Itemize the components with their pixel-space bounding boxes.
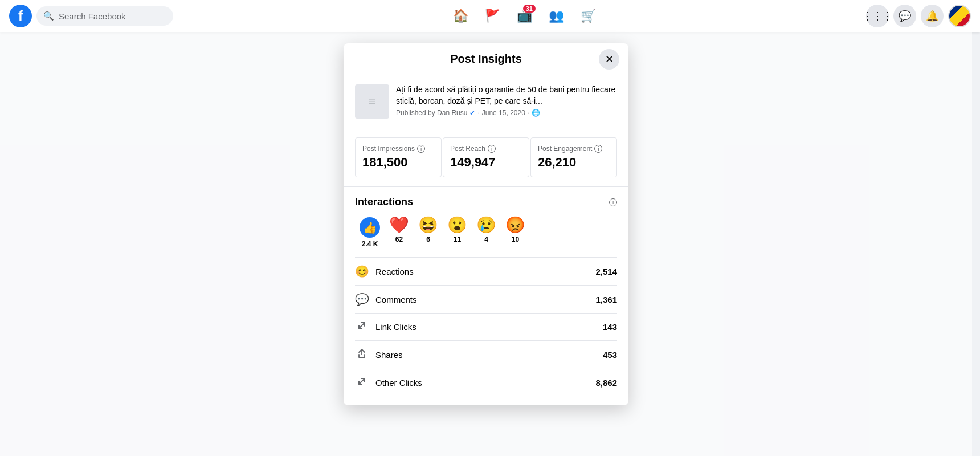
- bell-icon: 🔔: [926, 10, 938, 22]
- reaction-like: 👍 2.4 K: [360, 217, 380, 248]
- link-clicks-left: Link Clicks: [355, 320, 416, 333]
- close-icon: ✕: [605, 53, 614, 66]
- stat-card-engagement: Post Engagement i 26,210: [530, 137, 617, 177]
- user-avatar[interactable]: [948, 5, 971, 27]
- home-icon: 🏠: [453, 9, 468, 23]
- link-clicks-icon: [355, 320, 369, 333]
- haha-emoji: 😆: [418, 217, 438, 233]
- thumbs-up-icon: 👍: [363, 221, 377, 234]
- messenger-icon: 💬: [899, 10, 911, 22]
- other-clicks-row-item: Other Clicks 8,862: [355, 369, 617, 396]
- navbar-right: ⋮⋮⋮ 💬 🔔: [857, 5, 971, 27]
- search-placeholder: Search Facebook: [59, 11, 126, 21]
- reach-label: Post Reach i: [450, 145, 522, 153]
- shares-row-item: Shares 453: [355, 340, 617, 369]
- messenger-btn[interactable]: 💬: [893, 5, 916, 27]
- post-date: June 15, 2020: [482, 109, 525, 117]
- store-nav-btn[interactable]: 🛒: [574, 2, 602, 30]
- post-date-separator: ·: [477, 109, 479, 117]
- angry-count: 10: [512, 235, 519, 243]
- video-nav-btn[interactable]: 📺 31: [511, 2, 538, 30]
- link-clicks-row-item: Link Clicks 143: [355, 313, 617, 340]
- comments-icon: 💬: [355, 292, 369, 306]
- reactions-label: Reactions: [375, 267, 414, 276]
- impressions-value: 181,500: [362, 155, 434, 170]
- grid-icon: ⋮⋮⋮: [862, 10, 893, 22]
- impressions-info-icon[interactable]: i: [417, 145, 425, 153]
- reaction-love: ❤️ 62: [389, 217, 409, 243]
- marketplace-icon: 🛒: [581, 9, 596, 23]
- reactions-row-item: 😊 Reactions 2,514: [355, 257, 617, 285]
- post-author: Published by Dan Rusu: [396, 109, 467, 117]
- home-nav-btn[interactable]: 🏠: [447, 2, 474, 30]
- comments-value: 1,361: [595, 295, 617, 304]
- reactions-row: 👍 2.4 K ❤️ 62 😆 6 😮 11: [355, 217, 617, 248]
- post-meta: Published by Dan Rusu ✔ · June 15, 2020 …: [396, 109, 617, 117]
- shares-value: 453: [603, 350, 617, 360]
- interactions-title: Interactions: [355, 196, 413, 208]
- interactions-header: Interactions i: [355, 196, 617, 208]
- modal-header: Post Insights ✕: [344, 43, 628, 75]
- modal-title: Post Insights: [450, 52, 522, 66]
- navbar: Facebook f 🔍 Search Facebook 🏠 🚩 📺 31 👥 …: [0, 0, 980, 32]
- grid-menu-btn[interactable]: ⋮⋮⋮: [866, 5, 889, 27]
- angry-emoji: 😡: [505, 217, 525, 233]
- link-clicks-label: Link Clicks: [375, 322, 416, 332]
- link-clicks-value: 143: [603, 322, 617, 332]
- post-thumbnail-icon: ≡: [369, 94, 376, 109]
- flag-nav-btn[interactable]: 🚩: [479, 2, 506, 30]
- engagement-info-icon[interactable]: i: [594, 145, 602, 153]
- flag-icon: 🚩: [485, 9, 500, 23]
- reactions-value: 2,514: [595, 267, 617, 276]
- sad-count: 4: [484, 235, 488, 243]
- comments-left: 💬 Comments: [355, 292, 417, 306]
- stat-card-impressions: Post Impressions i 181,500: [355, 137, 442, 177]
- other-clicks-label: Other Clicks: [375, 378, 422, 388]
- wow-emoji: 😮: [447, 217, 467, 233]
- engagement-label: Post Engagement i: [538, 145, 610, 153]
- interactions-section: Interactions i 👍 2.4 K ❤️ 62: [344, 187, 628, 405]
- reach-value: 149,947: [450, 155, 522, 170]
- shares-left: Shares: [355, 348, 403, 362]
- reactions-icon: 😊: [355, 264, 369, 278]
- impressions-label: Post Impressions i: [362, 145, 434, 153]
- reactions-left: 😊 Reactions: [355, 264, 414, 278]
- close-button[interactable]: ✕: [599, 49, 619, 70]
- stats-section: Post Impressions i 181,500 Post Reach i …: [344, 128, 628, 187]
- post-date-separator2: ·: [528, 109, 529, 117]
- post-thumbnail: ≡: [355, 84, 389, 119]
- modal-overlay: Post Insights ✕ ≡ Ați fi de acord să plă…: [0, 32, 972, 456]
- shares-label: Shares: [375, 350, 403, 360]
- like-count: 2.4 K: [362, 240, 378, 248]
- people-nav-btn[interactable]: 👥: [542, 2, 570, 30]
- navbar-center: 🏠 🚩 📺 31 👥 🛒: [191, 2, 857, 30]
- wow-count: 11: [454, 235, 461, 243]
- other-clicks-left: Other Clicks: [355, 376, 422, 389]
- globe-icon: 🌐: [532, 109, 540, 117]
- video-badge: 31: [523, 5, 536, 13]
- haha-count: 6: [426, 235, 430, 243]
- shares-icon: [355, 348, 369, 362]
- other-clicks-value: 8,862: [595, 378, 617, 388]
- engagement-value: 26,210: [538, 155, 610, 170]
- verified-icon: ✔: [469, 109, 475, 117]
- comments-row-item: 💬 Comments 1,361: [355, 285, 617, 313]
- interactions-info-icon[interactable]: i: [609, 198, 617, 206]
- post-info: Ați fi de acord să plătiți o garanție de…: [396, 84, 617, 117]
- people-icon: 👥: [549, 9, 564, 23]
- stat-card-reach: Post Reach i 149,947: [443, 137, 529, 177]
- other-clicks-icon: [355, 376, 369, 389]
- search-icon: 🔍: [43, 11, 54, 21]
- post-preview: ≡ Ați fi de acord să plătiți o garanție …: [344, 75, 628, 128]
- post-text: Ați fi de acord să plătiți o garanție de…: [396, 84, 617, 107]
- search-box[interactable]: 🔍 Search Facebook: [36, 6, 173, 26]
- reaction-sad: 😢 4: [476, 217, 496, 243]
- reach-info-icon[interactable]: i: [488, 145, 496, 153]
- post-insights-modal: Post Insights ✕ ≡ Ați fi de acord să plă…: [344, 43, 628, 405]
- love-count: 62: [395, 235, 403, 243]
- notifications-btn[interactable]: 🔔: [921, 5, 944, 27]
- facebook-logo[interactable]: Facebook f: [9, 5, 32, 27]
- like-circle: 👍: [360, 217, 380, 238]
- reaction-wow: 😮 11: [447, 217, 467, 243]
- navbar-left: Facebook f 🔍 Search Facebook: [9, 5, 191, 27]
